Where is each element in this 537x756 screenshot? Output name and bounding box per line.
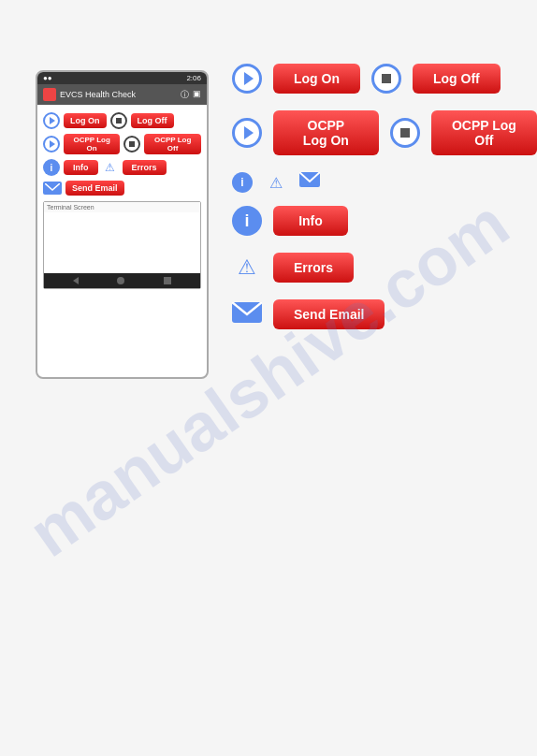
main-play-icon [232,64,262,94]
phone-play-icon [43,112,60,129]
status-bar-left: ●● [43,74,52,82]
main-log-row: Log On Log Off [232,64,537,94]
phone-info-circle-icon: i [43,159,60,176]
title-icons: ⓘ ▣ [181,89,201,101]
main-ocpp-row: OCPP Log On OCPP Log Off [232,110,537,155]
main-stop-icon [371,64,401,94]
main-stop-square-icon [382,74,391,83]
phone-info-button[interactable]: Info [64,160,98,175]
phone-send-email-button[interactable]: Send Email [65,181,124,196]
phone-ocpp-row: OCPP Log On OCPP Log Off [43,134,201,154]
phone-body: Log On Log Off OCPP Log On OCPP Log Off … [37,105,207,297]
main-error-icon: ⚠ [232,253,262,283]
main-ocpp-log-on-button[interactable]: OCPP Log On [273,110,379,155]
main-ocpp-play-icon [232,118,262,148]
phone-ocpp-stop-icon [123,136,140,153]
main-play-triangle-icon [244,72,254,85]
main-ocpp-stop-icon [390,118,420,148]
phone-error-icon: ⚠ [102,159,119,176]
small-envelope-icon [299,172,320,193]
camera-title-icon: ▣ [193,89,201,101]
phone-title-bar: EVCS Health Check ⓘ ▣ [37,84,207,105]
phone-log-row: Log On Log Off [43,112,201,129]
main-info-row: i Info [232,206,537,236]
main-envelope-icon [232,302,262,327]
phone-terminal-screen [44,212,200,273]
back-nav-icon[interactable] [73,277,79,284]
main-ocpp-log-off-button[interactable]: OCPP Log Off [431,110,537,155]
phone-log-off-button[interactable]: Log Off [131,113,174,128]
main-log-on-button[interactable]: Log On [273,64,360,94]
play-triangle-icon [50,117,55,124]
phone-terminal-label: Terminal Screen [44,202,200,212]
ocpp-stop-square-icon [129,141,135,147]
main-log-off-button[interactable]: Log Off [413,64,501,94]
phone-ocpp-log-off-button[interactable]: OCPP Log Off [144,134,201,154]
phone-log-on-button[interactable]: Log On [64,113,107,128]
main-info-circle-icon: i [232,206,262,236]
info-title-icon: ⓘ [181,89,189,101]
main-errors-row: ⚠ Errors [232,253,537,283]
small-info-icon: i [232,172,253,193]
phone-nav-bar [44,273,200,288]
phone-status-bar: ●● 2:06 [37,72,207,84]
phone-send-email-row: Send Email [43,181,201,196]
home-nav-icon[interactable] [117,277,124,284]
phone-mockup: ●● 2:06 EVCS Health Check ⓘ ▣ Log On Log… [36,70,209,379]
main-send-email-row: Send Email [232,299,537,329]
phone-terminal-box: Terminal Screen [43,201,201,289]
phone-stop-icon [110,112,127,129]
phone-ocpp-play-icon [43,136,60,153]
phone-title: EVCS Health Check [60,90,136,99]
app-icon [43,88,56,101]
main-ocpp-stop-square-icon [400,128,410,138]
phone-info-errors-row: i Info ⚠ Errors [43,159,201,176]
envelope-svg [45,183,60,194]
ocpp-play-triangle-icon [50,140,55,148]
small-error-icon: ⚠ [266,172,286,193]
main-info-button[interactable]: Info [273,206,348,236]
phone-envelope-icon [43,182,62,195]
recents-nav-icon[interactable] [164,277,171,284]
main-ocpp-play-triangle-icon [244,126,254,139]
phone-errors-button[interactable]: Errors [123,160,167,175]
small-icons-row: i ⚠ [232,172,537,193]
stop-square-icon [116,118,122,124]
right-panel: Log On Log Off OCPP Log On OCPP Log Off … [232,64,537,329]
main-send-email-button[interactable]: Send Email [273,299,385,329]
phone-ocpp-log-on-button[interactable]: OCPP Log On [64,134,120,154]
main-errors-button[interactable]: Errors [273,253,354,283]
status-bar-time: 2:06 [186,74,201,82]
